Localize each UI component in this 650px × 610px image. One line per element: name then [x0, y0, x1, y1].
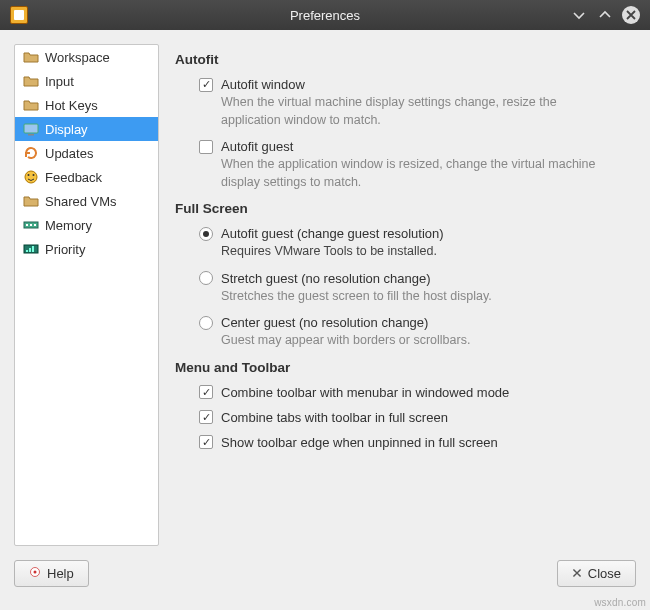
combine-toolbar-label: Combine toolbar with menubar in windowed…	[221, 385, 509, 400]
sidebar-item-memory[interactable]: Memory	[15, 213, 158, 237]
fullscreen-center-radio[interactable]	[199, 316, 213, 330]
fullscreen-stretch-radio[interactable]	[199, 271, 213, 285]
window-title: Preferences	[0, 8, 650, 23]
help-button[interactable]: Help	[14, 560, 89, 587]
sidebar-item-workspace[interactable]: Workspace	[15, 45, 158, 69]
fullscreen-center-desc: Guest may appear with borders or scrollb…	[221, 332, 601, 350]
app-icon	[10, 6, 28, 24]
svg-point-2	[25, 171, 37, 183]
sidebar-item-display[interactable]: Display	[15, 117, 158, 141]
sidebar-item-label: Memory	[45, 218, 92, 233]
combine-toolbar-checkbox[interactable]	[199, 385, 213, 399]
fullscreen-center-label: Center guest (no resolution change)	[221, 315, 428, 330]
sidebar-item-label: Shared VMs	[45, 194, 117, 209]
content-pane: Autofit Autofit window When the virtual …	[173, 44, 636, 546]
show-edge-checkbox[interactable]	[199, 435, 213, 449]
autofit-window-desc: When the virtual machine display setting…	[221, 94, 601, 129]
autofit-guest-label: Autofit guest	[221, 139, 293, 154]
sidebar-item-label: Feedback	[45, 170, 102, 185]
sidebar-item-label: Hot Keys	[45, 98, 98, 113]
combine-tabs-label: Combine tabs with toolbar in full screen	[221, 410, 448, 425]
window-controls	[570, 6, 640, 24]
help-icon	[29, 566, 41, 581]
help-label: Help	[47, 566, 74, 581]
sidebar-item-updates[interactable]: Updates	[15, 141, 158, 165]
fullscreen-autofit-desc: Requires VMware Tools to be installed.	[221, 243, 601, 261]
svg-rect-7	[30, 224, 32, 226]
maximize-button[interactable]	[596, 6, 614, 24]
svg-point-3	[28, 174, 30, 176]
main-area: Workspace Input Hot Keys Display Updates…	[0, 30, 650, 560]
section-title-autofit: Autofit	[175, 52, 630, 67]
svg-rect-1	[28, 134, 34, 136]
show-edge-label: Show toolbar edge when unpinned in full …	[221, 435, 498, 450]
fullscreen-stretch-label: Stretch guest (no resolution change)	[221, 271, 431, 286]
folder-icon	[23, 193, 39, 209]
autofit-guest-checkbox[interactable]	[199, 140, 213, 154]
svg-rect-10	[26, 250, 28, 252]
svg-rect-8	[34, 224, 36, 226]
sidebar-item-label: Input	[45, 74, 74, 89]
memory-icon	[23, 217, 39, 233]
autofit-window-checkbox[interactable]	[199, 78, 213, 92]
section-title-fullscreen: Full Screen	[175, 201, 630, 216]
autofit-window-label: Autofit window	[221, 77, 305, 92]
close-button-bottom[interactable]: Close	[557, 560, 636, 587]
sidebar-item-label: Workspace	[45, 50, 110, 65]
sidebar-item-hotkeys[interactable]: Hot Keys	[15, 93, 158, 117]
svg-rect-6	[26, 224, 28, 226]
watermark: wsxdn.com	[594, 597, 646, 608]
sidebar-item-input[interactable]: Input	[15, 69, 158, 93]
fullscreen-stretch-desc: Stretches the guest screen to fill the h…	[221, 288, 601, 306]
fullscreen-autofit-label: Autofit guest (change guest resolution)	[221, 226, 444, 241]
sidebar: Workspace Input Hot Keys Display Updates…	[14, 44, 159, 546]
sidebar-item-label: Display	[45, 122, 88, 137]
svg-rect-11	[29, 248, 31, 252]
autofit-guest-desc: When the application window is resized, …	[221, 156, 601, 191]
svg-rect-0	[24, 124, 38, 133]
svg-point-14	[34, 570, 37, 573]
close-label: Close	[588, 566, 621, 581]
priority-icon	[23, 241, 39, 257]
folder-icon	[23, 49, 39, 65]
refresh-icon	[23, 145, 39, 161]
folder-icon	[23, 97, 39, 113]
close-button[interactable]	[622, 6, 640, 24]
svg-point-4	[33, 174, 35, 176]
smiley-icon	[23, 169, 39, 185]
monitor-icon	[23, 121, 39, 137]
bottom-bar: Help Close	[0, 560, 650, 596]
section-title-menu: Menu and Toolbar	[175, 360, 630, 375]
folder-icon	[23, 73, 39, 89]
combine-tabs-checkbox[interactable]	[199, 410, 213, 424]
sidebar-item-feedback[interactable]: Feedback	[15, 165, 158, 189]
sidebar-item-label: Priority	[45, 242, 85, 257]
sidebar-item-priority[interactable]: Priority	[15, 237, 158, 261]
close-icon	[572, 566, 582, 581]
titlebar: Preferences	[0, 0, 650, 30]
fullscreen-autofit-radio[interactable]	[199, 227, 213, 241]
minimize-button[interactable]	[570, 6, 588, 24]
sidebar-item-label: Updates	[45, 146, 93, 161]
svg-rect-12	[32, 246, 34, 252]
sidebar-item-sharedvms[interactable]: Shared VMs	[15, 189, 158, 213]
